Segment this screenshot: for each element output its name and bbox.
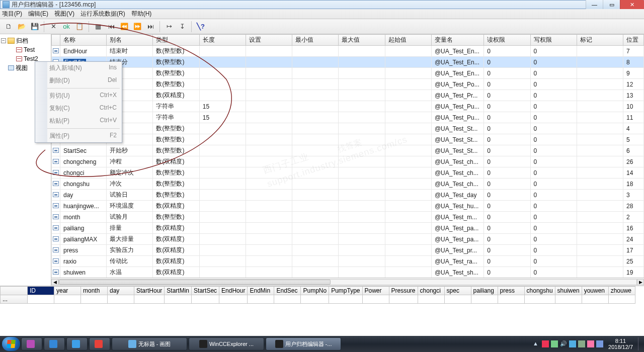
column-header[interactable]: StartSec [192, 287, 219, 295]
tray-flag-icon[interactable] [542, 340, 549, 347]
taskbar-button[interactable]: 用户归档编辑器 -... [266, 337, 341, 350]
first-button[interactable]: ⏮ [106, 21, 117, 32]
save-button[interactable]: 💾 [29, 21, 40, 32]
menu-view[interactable]: 视图(V) [54, 10, 74, 18]
column-header[interactable]: pailiang [471, 287, 498, 295]
tree-item-test[interactable]: Test [1, 45, 50, 54]
cell[interactable] [81, 295, 108, 304]
last-button[interactable]: ⏭ [145, 21, 156, 32]
tray-app-icon[interactable] [596, 340, 603, 347]
table-row[interactable]: StartSec开始秒数(整型数) @UA_Test_St...006 [52, 145, 644, 156]
row-header[interactable]: ... [1, 295, 28, 304]
column-header[interactable]: chongshu [524, 287, 555, 295]
menu-help[interactable]: 帮助(H) [131, 10, 152, 18]
column-header[interactable]: 变量名 [431, 35, 484, 46]
help-button[interactable]: ╲? [195, 21, 206, 32]
scroll-right-button[interactable]: ▶ [637, 279, 644, 285]
check-button[interactable]: ok [61, 21, 72, 32]
table-row[interactable]: chongcheng冲程数(双精度) @UA_Test_ch...0026 [52, 156, 644, 167]
tray-app-icon[interactable] [578, 340, 585, 347]
close-button[interactable]: ✕ [620, 0, 644, 9]
tray-network-icon[interactable] [551, 340, 558, 347]
column-header[interactable]: 别名 [107, 35, 153, 46]
table-row[interactable]: chongshu冲次数(整型数) @UA_Test_ch...0018 [52, 179, 644, 190]
cell[interactable] [524, 295, 555, 304]
tree-root[interactable]: − 归档 [1, 36, 50, 45]
prev-button[interactable]: ⏪ [119, 21, 130, 32]
grid-button[interactable]: ▦ [93, 21, 104, 32]
column-header[interactable]: 名称 [60, 35, 107, 46]
scroll-thumb[interactable] [59, 280, 331, 285]
scroll-track[interactable] [58, 279, 637, 285]
cell[interactable] [582, 295, 608, 304]
cell[interactable] [28, 295, 54, 304]
column-header[interactable]: shuiwen [555, 287, 582, 295]
table-row[interactable]: EndMin结束分数(整型数) @UA_Test_En...008 [52, 57, 644, 68]
column-header[interactable]: 设置 [246, 35, 292, 46]
properties-button[interactable]: 📋 [74, 21, 85, 32]
main-grid[interactable]: 名称别名类型长度设置最小值最大值起始值变量名读权限写权限标记位置 EndHour… [51, 34, 644, 278]
show-desktop-button[interactable] [638, 337, 642, 350]
column-header[interactable]: year [54, 287, 81, 295]
table-row[interactable]: 数(整型数) @UA_Test_Po...0012 [52, 79, 644, 90]
menu-edit[interactable]: 编辑(E) [28, 10, 48, 18]
goto-button[interactable]: ↦ [164, 21, 175, 32]
table-row[interactable]: 字符串15 @UA_Test_Pu...0010 [52, 101, 644, 112]
context-menu-item[interactable]: 复制(C)Ctrl+C [35, 102, 122, 115]
table-row[interactable]: 数(整型数) @UA_Test_En...009 [52, 68, 644, 79]
grid-horizontal-scrollbar[interactable]: ◀ ▶ [51, 278, 644, 286]
taskbar-clock[interactable]: 8:11 2018/12/7 [605, 338, 636, 350]
cell[interactable] [498, 295, 524, 304]
delete-button[interactable]: ✕ [48, 21, 59, 32]
cell[interactable] [301, 295, 329, 304]
cell[interactable] [165, 295, 192, 304]
taskbar-button[interactable] [89, 337, 110, 350]
column-header[interactable]: spec [444, 287, 471, 295]
cell[interactable] [329, 295, 362, 304]
cell[interactable] [108, 295, 134, 304]
column-header[interactable]: 写权限 [530, 35, 577, 46]
column-header[interactable]: EndSec [274, 287, 301, 295]
table-row[interactable]: 数(整型数) @UA_Test_St...005 [52, 134, 644, 145]
column-header[interactable]: 最大值 [339, 35, 385, 46]
table-row[interactable]: press实验压力数(双精度) @UA_Test_pr...0017 [52, 245, 644, 256]
table-row[interactable]: chongci额定冲次数(整型数) @UA_Test_ch...0014 [52, 167, 644, 179]
new-button[interactable]: 🗋 [3, 21, 14, 32]
taskbar-button[interactable]: WinCCExplorer ... [189, 337, 264, 350]
column-header[interactable]: month [81, 287, 108, 295]
tray-app-icon[interactable] [587, 340, 594, 347]
column-header[interactable]: Pressure [389, 287, 418, 295]
context-menu-item[interactable]: 插入新域(N)Ins [35, 62, 122, 74]
context-menu-item[interactable]: 剪切(U)Ctrl+X [35, 90, 122, 102]
table-row[interactable]: EndHour结束时数(整型数) @UA_Test_En...007 [52, 46, 644, 57]
table-row[interactable]: huanjingwe...环境温度数(双精度) @UA_Test_hu...00… [52, 201, 644, 212]
cell[interactable] [134, 295, 165, 304]
bottom-grid[interactable]: IDyearmonthdayStartHourStartMinStartSecE… [0, 286, 644, 336]
cell[interactable] [219, 295, 248, 304]
next-button[interactable]: ⏩ [132, 21, 143, 32]
column-header[interactable]: 起始值 [385, 35, 431, 46]
context-menu-item[interactable]: 属性(P)F2 [35, 130, 122, 142]
cell[interactable] [418, 295, 444, 304]
column-header[interactable]: ID [28, 287, 54, 295]
cell[interactable] [54, 295, 81, 304]
column-header[interactable]: 读权限 [484, 35, 530, 46]
table-row[interactable]: shuiwen水温数(双精度) @UA_Test_sh...0019 [52, 267, 644, 278]
cell[interactable] [248, 295, 274, 304]
column-header[interactable]: 标记 [577, 35, 623, 46]
table-row[interactable]: day试验日数(整型数) @UA_Test_day003 [52, 190, 644, 201]
column-header[interactable]: StartHour [134, 287, 165, 295]
stop-button[interactable]: ↧ [177, 21, 188, 32]
cell[interactable] [555, 295, 582, 304]
table-row[interactable]: raxio传动比数(双精度) @UA_Test_ra...0025 [52, 256, 644, 267]
cell[interactable] [389, 295, 418, 304]
cell[interactable] [444, 295, 471, 304]
scroll-left-button[interactable]: ◀ [51, 279, 58, 285]
table-row[interactable]: 数(整型数) @UA_Test_St...004 [52, 123, 644, 134]
open-button[interactable]: 📂 [16, 21, 27, 32]
minimize-button[interactable]: — [586, 0, 603, 9]
row-header[interactable] [1, 287, 28, 295]
column-header[interactable]: StartMin [165, 287, 192, 295]
maximize-button[interactable]: ▭ [603, 0, 620, 9]
taskbar-button[interactable]: 无标题 - 画图 [112, 337, 187, 350]
